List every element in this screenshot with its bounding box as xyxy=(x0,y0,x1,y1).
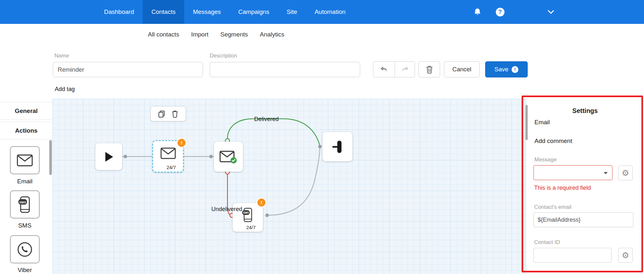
redo-icon xyxy=(401,66,409,73)
add-comment-link[interactable]: Add comment xyxy=(534,137,572,145)
undo-icon xyxy=(380,66,388,73)
chevron-down-icon xyxy=(604,172,608,174)
gear-icon: ⚙ xyxy=(622,251,629,259)
flow-connections xyxy=(53,99,526,274)
contact-email-input[interactable] xyxy=(533,212,633,227)
undelivered-branch-label: Undelivered xyxy=(211,206,242,213)
settings-title: Settings xyxy=(526,107,644,115)
subnav-all-contacts[interactable]: All contacts xyxy=(148,31,179,38)
sms-node-warning-badge-icon: ! xyxy=(257,198,265,207)
email-icon xyxy=(160,147,176,159)
description-input[interactable] xyxy=(210,62,360,77)
subnav-segments[interactable]: Segments xyxy=(220,31,248,38)
email-status-node[interactable] xyxy=(214,142,243,172)
contact-id-settings-button[interactable]: ⚙ xyxy=(618,248,633,263)
nav-dashboard[interactable]: Dashboard xyxy=(95,0,143,24)
trash-icon xyxy=(171,110,178,118)
copy-icon xyxy=(158,110,166,118)
end-flag-icon xyxy=(331,139,344,155)
settings-block-type-label: Email xyxy=(534,119,550,126)
top-navigation-bar: Dashboard Contacts Messages Campaigns Si… xyxy=(0,0,644,24)
gear-icon: ⚙ xyxy=(622,169,629,177)
automation-flow-canvas[interactable]: 24/7 ! SMS 24/7 ! Delivered Undelivered xyxy=(53,99,526,274)
sms-icon: SMS xyxy=(18,196,32,213)
description-label: Description xyxy=(210,53,237,59)
blocks-palette: General Actions Email SMS SMS Viber xyxy=(0,99,53,274)
help-icon[interactable]: ? xyxy=(494,0,506,24)
nav-contacts[interactable]: Contacts xyxy=(143,0,184,24)
save-button-label: Save xyxy=(495,66,508,73)
subnav-import[interactable]: Import xyxy=(191,31,208,38)
palette-viber-label: Viber xyxy=(10,267,40,274)
redo-button[interactable] xyxy=(395,61,415,77)
palette-email-block[interactable] xyxy=(10,146,40,174)
copy-node-button[interactable] xyxy=(158,110,166,118)
palette-email-label: Email xyxy=(10,178,40,185)
message-select[interactable] xyxy=(533,165,612,180)
email-node-schedule-label: 24/7 xyxy=(153,165,183,170)
message-label: Message xyxy=(534,157,557,163)
main-nav: Dashboard Contacts Messages Campaigns Si… xyxy=(95,0,644,24)
viber-icon xyxy=(17,241,33,258)
palette-tab-general[interactable]: General xyxy=(0,102,53,120)
app-root: Dashboard Contacts Messages Campaigns Si… xyxy=(0,0,644,274)
play-icon xyxy=(104,151,114,162)
svg-text:SMS: SMS xyxy=(243,211,249,214)
nav-campaigns[interactable]: Campaigns xyxy=(230,0,278,24)
sms-node-schedule-label: 24/7 xyxy=(233,225,263,230)
palette-sms-label: SMS xyxy=(10,222,40,229)
undo-button[interactable] xyxy=(373,61,395,77)
user-menu-chevron-down-icon[interactable] xyxy=(544,0,557,24)
name-label: Name xyxy=(54,53,69,59)
save-button[interactable]: Save ! xyxy=(485,61,528,77)
add-tag-link[interactable]: Add tag xyxy=(55,86,75,93)
svg-text:SMS: SMS xyxy=(19,200,26,204)
settings-panel: Settings Email Add comment Message ⚙ Thi… xyxy=(526,99,644,274)
palette-scrollbar[interactable] xyxy=(49,140,52,175)
email-action-node[interactable]: 24/7 ! xyxy=(152,140,184,172)
name-input[interactable] xyxy=(53,62,203,77)
delete-flow-button[interactable] xyxy=(418,61,440,77)
nav-messages[interactable]: Messages xyxy=(184,0,230,24)
sms-icon: SMS xyxy=(242,208,254,222)
nav-site[interactable]: Site xyxy=(278,0,306,24)
palette-viber-block[interactable] xyxy=(10,235,40,263)
subnav-analytics[interactable]: Analytics xyxy=(260,31,284,38)
email-icon xyxy=(17,154,33,167)
contacts-subnav: All contacts Import Segments Analytics xyxy=(0,24,644,45)
nav-automation[interactable]: Automation xyxy=(306,0,354,24)
email-node-warning-badge-icon: ! xyxy=(178,139,186,147)
end-node[interactable] xyxy=(322,132,352,161)
palette-sms-block[interactable]: SMS xyxy=(10,190,40,218)
contact-email-label: Contact's email xyxy=(534,204,572,210)
palette-tab-actions[interactable]: Actions xyxy=(0,122,53,139)
message-settings-button[interactable]: ⚙ xyxy=(618,166,633,180)
delivered-branch-label: Delivered xyxy=(254,116,279,123)
message-required-error: This is a required field xyxy=(534,185,591,191)
notifications-bell-icon[interactable] xyxy=(471,0,484,24)
start-node[interactable] xyxy=(95,143,122,170)
trash-icon xyxy=(426,65,433,74)
email-check-icon xyxy=(219,150,237,164)
node-toolbar xyxy=(150,106,186,121)
contact-id-input[interactable] xyxy=(533,248,611,263)
delete-node-button[interactable] xyxy=(171,110,178,118)
contact-id-label: Contact ID xyxy=(534,239,560,246)
cancel-button[interactable]: Cancel xyxy=(444,61,480,77)
save-warning-badge-icon: ! xyxy=(512,66,518,73)
